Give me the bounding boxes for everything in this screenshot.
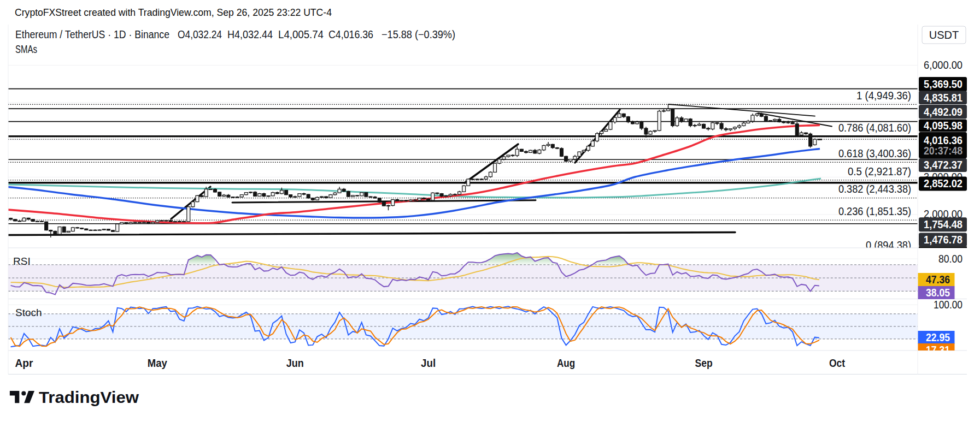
svg-text:1,754.48: 1,754.48 <box>924 218 963 230</box>
svg-text:RSI: RSI <box>13 255 31 267</box>
svg-text:0.382 (2,443.38): 0.382 (2,443.38) <box>838 183 911 195</box>
svg-text:4,835.81: 4,835.81 <box>924 92 963 104</box>
svg-text:−15.88 (−0.39%): −15.88 (−0.39%) <box>382 28 455 40</box>
svg-text:22.95: 22.95 <box>926 331 950 343</box>
svg-text:47.36: 47.36 <box>926 274 950 286</box>
svg-text:Stoch: Stoch <box>15 307 42 318</box>
svg-text:1 (4,949.36): 1 (4,949.36) <box>856 90 911 102</box>
svg-text:0.236 (1,851.35): 0.236 (1,851.35) <box>838 205 911 217</box>
svg-text:Jul: Jul <box>421 357 436 369</box>
svg-text:CryptoFXStreet created with Tr: CryptoFXStreet created with TradingView.… <box>15 7 332 18</box>
svg-text:USDT: USDT <box>929 29 959 41</box>
svg-text:5,369.50: 5,369.50 <box>924 78 963 90</box>
svg-text:0.618 (3,400.36): 0.618 (3,400.36) <box>838 147 911 159</box>
svg-text:38.05: 38.05 <box>926 287 950 299</box>
svg-text:100.00: 100.00 <box>934 299 963 311</box>
svg-text:80.00: 80.00 <box>938 253 963 265</box>
svg-text:Apr: Apr <box>15 357 33 369</box>
svg-text:TradingView: TradingView <box>39 388 139 406</box>
svg-text:3,472.37: 3,472.37 <box>924 159 963 171</box>
svg-text:1,476.78: 1,476.78 <box>924 234 963 246</box>
svg-text:Oct: Oct <box>829 357 845 369</box>
svg-text:L4,005.74: L4,005.74 <box>278 28 324 40</box>
svg-text:4,095.98: 4,095.98 <box>924 120 963 132</box>
svg-text:Jun: Jun <box>286 357 304 369</box>
svg-text:C4,016.36: C4,016.36 <box>328 28 373 40</box>
svg-text:20:37:48: 20:37:48 <box>924 145 963 157</box>
svg-text:H4,032.44: H4,032.44 <box>227 28 273 40</box>
svg-text:Ethereum / TetherUS · 1D · Bin: Ethereum / TetherUS · 1D · Binance <box>15 28 169 40</box>
svg-text:0.786 (4,081.60): 0.786 (4,081.60) <box>838 122 911 134</box>
svg-text:SMAs: SMAs <box>15 43 37 55</box>
svg-text:Aug: Aug <box>557 357 575 369</box>
svg-text:May: May <box>148 357 168 369</box>
svg-text:0.5 (2,921.87): 0.5 (2,921.87) <box>848 165 911 177</box>
svg-text:Sep: Sep <box>695 357 713 369</box>
svg-text:6,000.00: 6,000.00 <box>924 59 963 71</box>
svg-text:2,852.02: 2,852.02 <box>924 177 963 189</box>
svg-text:O4,032.24: O4,032.24 <box>178 28 222 40</box>
svg-text:4,492.09: 4,492.09 <box>924 106 963 118</box>
